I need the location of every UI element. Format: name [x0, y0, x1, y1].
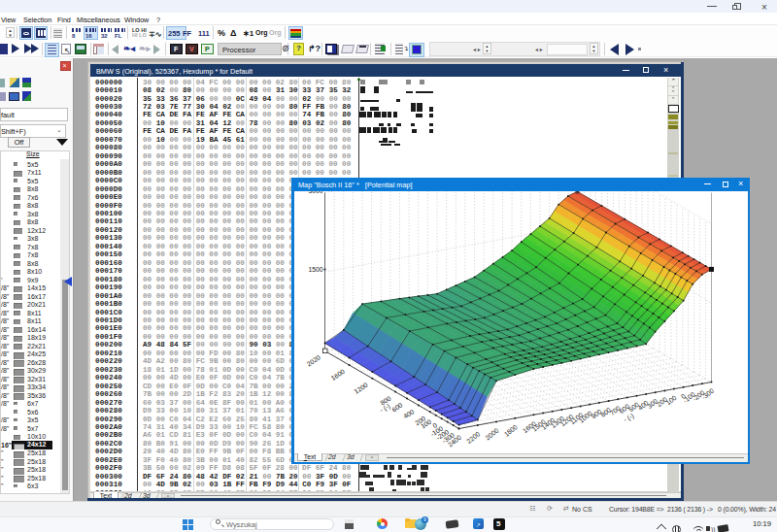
svg-text:600: 600	[390, 401, 404, 413]
svg-text:1800: 1800	[502, 422, 518, 437]
svg-text:400: 400	[402, 408, 416, 419]
svg-text:100: 100	[664, 393, 677, 406]
svg-text:-300: -300	[700, 386, 715, 400]
svg-text:3000: 3000	[308, 191, 322, 194]
svg-text:1600: 1600	[329, 367, 346, 381]
svg-text:2020: 2020	[305, 353, 321, 367]
svg-text:1500: 1500	[308, 266, 322, 273]
svg-text:2200: 2200	[465, 430, 481, 445]
svg-text:- (-): - (-)	[622, 412, 634, 423]
svg-text:2000: 2000	[484, 426, 499, 441]
svg-text:1200: 1200	[353, 381, 369, 394]
